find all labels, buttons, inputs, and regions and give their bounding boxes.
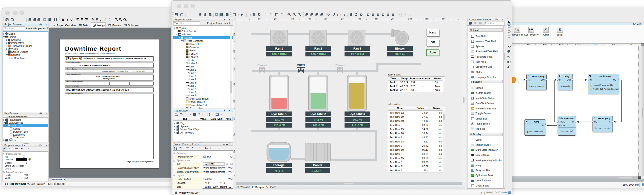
svg-text:102.8 °F: 102.8 °F: [312, 169, 323, 173]
svg-text:Cooler: Cooler: [313, 163, 322, 167]
svg-text:Dye Tank 2: Dye Tank 2: [310, 112, 326, 116]
svg-text:100.0 RPM: 100.0 RPM: [272, 52, 286, 56]
svg-text:Blower: Blower: [395, 47, 405, 50]
svg-text:47.5 %: 47.5 %: [314, 118, 323, 121]
svg-text:Auto: Auto: [430, 51, 436, 54]
svg-text:Fan 3: Fan 3: [354, 47, 361, 50]
svg-text:Hand: Hand: [429, 31, 436, 34]
svg-text:100.0 RPM: 100.0 RPM: [311, 52, 326, 56]
svg-text:Dye Tank 1: Dye Tank 1: [272, 112, 287, 116]
svg-text:15.0 RPM: 15.0 RPM: [351, 52, 364, 56]
svg-text:Dye Tank 3: Dye Tank 3: [350, 112, 365, 116]
svg-text:OPEN: OPEN: [297, 64, 305, 67]
svg-text:75.5 %: 75.5 %: [274, 169, 284, 173]
svg-text:125.0 °F: 125.0 °F: [274, 124, 285, 127]
svg-text:143.0 °F: 143.0 °F: [312, 124, 324, 127]
svg-text:Fan 2: Fan 2: [314, 47, 322, 50]
svg-text:33.0 %: 33.0 %: [274, 118, 284, 121]
svg-text:Off: Off: [431, 41, 435, 44]
svg-text:Fan 1: Fan 1: [275, 47, 283, 50]
svg-text:Closed: Closed: [258, 64, 266, 67]
svg-text:80.0 %: 80.0 %: [352, 118, 362, 121]
svg-text:212.0 °F: 212.0 °F: [352, 124, 363, 127]
svg-text:Closed: Closed: [335, 64, 344, 67]
svg-text:99.5 %: 99.5 %: [395, 52, 405, 56]
svg-text:Storage: Storage: [273, 163, 284, 167]
